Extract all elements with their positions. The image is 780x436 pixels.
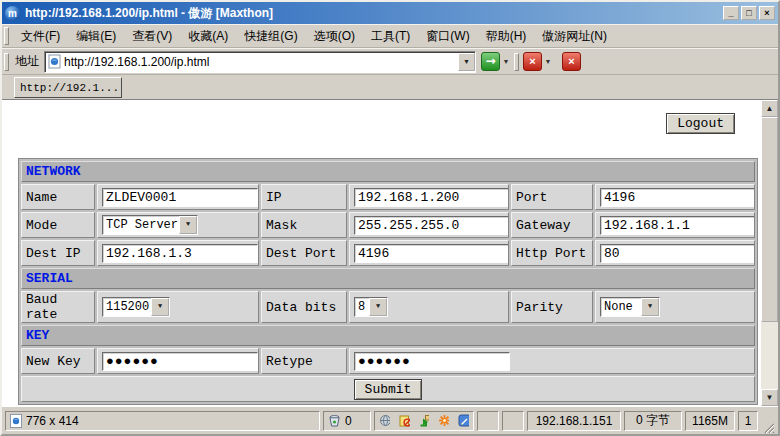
menu-tools[interactable]: 工具(T)	[363, 25, 418, 48]
field-label: Baud rate	[21, 291, 95, 323]
table-row: Baud rate 115200 ▼ Data bits 8 ▼	[21, 291, 755, 323]
field-label: Dest Port	[261, 240, 347, 266]
chevron-down-icon[interactable]: ▼	[151, 298, 169, 316]
title-bar: m http://192.168.1.200/ip.html - 傲游 [Max…	[2, 2, 778, 24]
field-label: IP	[261, 184, 347, 210]
field-label: Mask	[261, 212, 347, 238]
field-label: Gateway	[511, 212, 593, 238]
chevron-down-icon[interactable]: ▼	[641, 298, 659, 316]
menu-quick-groups[interactable]: 快捷组(G)	[236, 25, 305, 48]
status-tab-count-panel: 1	[738, 411, 758, 431]
scrollbar-track[interactable]	[761, 117, 778, 389]
tab-bar: http://192.1...	[2, 75, 778, 100]
table-row: Name IP Port	[21, 184, 755, 210]
scroll-down-button[interactable]: ▼	[761, 389, 778, 406]
logout-button[interactable]: Logout	[666, 113, 735, 134]
window-controls: _ □ ×	[723, 6, 775, 20]
popup-block-icon[interactable]	[399, 414, 410, 427]
proxy-globe-icon[interactable]	[379, 414, 390, 427]
gateway-input[interactable]	[600, 216, 755, 235]
status-empty-panel	[502, 411, 524, 431]
page-icon	[48, 54, 61, 69]
menu-maxthon-sites[interactable]: 傲游网址(N)	[534, 25, 615, 48]
scroll-up-button[interactable]: ▲	[761, 100, 778, 117]
address-dropdown-button[interactable]: ▼	[458, 53, 475, 71]
toolbar-grip[interactable]	[4, 27, 9, 45]
status-empty-panel	[477, 411, 499, 431]
submit-button[interactable]: Submit	[354, 379, 423, 400]
scrollbar-thumb[interactable]	[761, 117, 778, 322]
field-label: Name	[21, 184, 95, 210]
http-port-input[interactable]	[600, 244, 755, 263]
table-row: New Key Retype	[21, 348, 755, 374]
menu-options[interactable]: 选项(O)	[306, 25, 363, 48]
menu-help[interactable]: 帮助(H)	[478, 25, 535, 48]
close-button[interactable]: ×	[759, 6, 775, 20]
window-title: http://192.168.1.200/ip.html - 傲游 [Maxth…	[25, 5, 723, 22]
field-label: Mode	[21, 212, 95, 238]
section-header-network: NETWORK	[21, 161, 755, 182]
toolbar-grip[interactable]	[4, 53, 9, 71]
browser-window: m http://192.168.1.200/ip.html - 傲游 [Max…	[0, 0, 780, 436]
content-filter-panel[interactable]: 0	[323, 411, 371, 431]
status-bytes-panel: 0 字节	[624, 411, 682, 431]
menu-edit[interactable]: 编辑(E)	[68, 25, 124, 48]
status-bar: 776 x 414 0	[2, 406, 778, 434]
table-row: Submit	[21, 376, 755, 402]
tab-current[interactable]: http://192.1...	[14, 77, 122, 98]
field-label: Http Port	[511, 240, 593, 266]
retype-key-input[interactable]	[354, 352, 510, 371]
dest-port-input[interactable]	[354, 244, 509, 263]
baud-rate-select[interactable]: 115200 ▼	[102, 297, 170, 317]
local-ip-text: 192.168.1.151	[536, 414, 613, 428]
menu-favorites[interactable]: 收藏(A)	[180, 25, 236, 48]
mask-input[interactable]	[354, 216, 509, 235]
config-table: NETWORK Name IP Port Mode TCP Server ▼	[18, 158, 758, 405]
tab-label: http://192.1...	[20, 82, 119, 94]
ip-input[interactable]	[354, 188, 509, 207]
go-button[interactable]: →	[481, 52, 500, 71]
resize-grip[interactable]	[761, 414, 775, 434]
parity-select[interactable]: None ▼	[600, 297, 660, 317]
send-package-icon[interactable]	[419, 414, 430, 427]
stop-button[interactable]: ×	[523, 52, 542, 71]
page-size-text: 776 x 414	[26, 414, 79, 428]
port-input[interactable]	[600, 188, 755, 207]
field-label: Port	[511, 184, 593, 210]
vertical-scrollbar[interactable]: ▲ ▼	[761, 100, 778, 406]
mode-select[interactable]: TCP Server ▼	[102, 215, 198, 235]
address-combo[interactable]: ▼	[44, 51, 476, 73]
minimize-button[interactable]: _	[723, 6, 739, 20]
data-bits-select[interactable]: 8 ▼	[354, 297, 388, 317]
maximize-button[interactable]: □	[741, 6, 757, 20]
device-config-page: Logout NETWORK Name IP Port Mode	[2, 100, 761, 406]
new-key-input[interactable]	[102, 352, 258, 371]
page-icon	[10, 414, 22, 428]
bytes-text: 0 字节	[636, 412, 670, 429]
stop-dropdown-button[interactable]: ▼	[542, 52, 554, 71]
go-dropdown-button[interactable]: ▼	[500, 52, 512, 71]
status-page-size-panel: 776 x 414	[5, 411, 320, 431]
maxthon-logo-icon: m	[5, 6, 20, 21]
flash-filter-icon[interactable]	[438, 414, 449, 427]
field-label: Parity	[511, 291, 593, 323]
toolbar-grip[interactable]	[514, 53, 519, 71]
address-input[interactable]	[64, 55, 458, 69]
chevron-down-icon[interactable]: ▼	[179, 216, 197, 234]
filter-count-text: 0	[345, 414, 352, 428]
chevron-down-icon[interactable]: ▼	[369, 298, 387, 316]
section-header-key: KEY	[21, 325, 755, 346]
edit-page-icon[interactable]	[458, 414, 469, 427]
field-label: Data bits	[261, 291, 347, 323]
table-row: Mode TCP Server ▼ Mask Gateway	[21, 212, 755, 238]
field-label: Dest IP	[21, 240, 95, 266]
filter-trash-icon	[328, 414, 341, 427]
name-input[interactable]	[102, 188, 258, 207]
tab-count-text: 1	[745, 414, 752, 428]
dest-ip-input[interactable]	[102, 244, 258, 263]
status-memory-panel: 1165M	[685, 411, 735, 431]
menu-file[interactable]: 文件(F)	[13, 25, 68, 48]
menu-window[interactable]: 窗口(W)	[418, 25, 477, 48]
close-tab-button[interactable]: ×	[562, 52, 581, 71]
menu-view[interactable]: 查看(V)	[124, 25, 180, 48]
